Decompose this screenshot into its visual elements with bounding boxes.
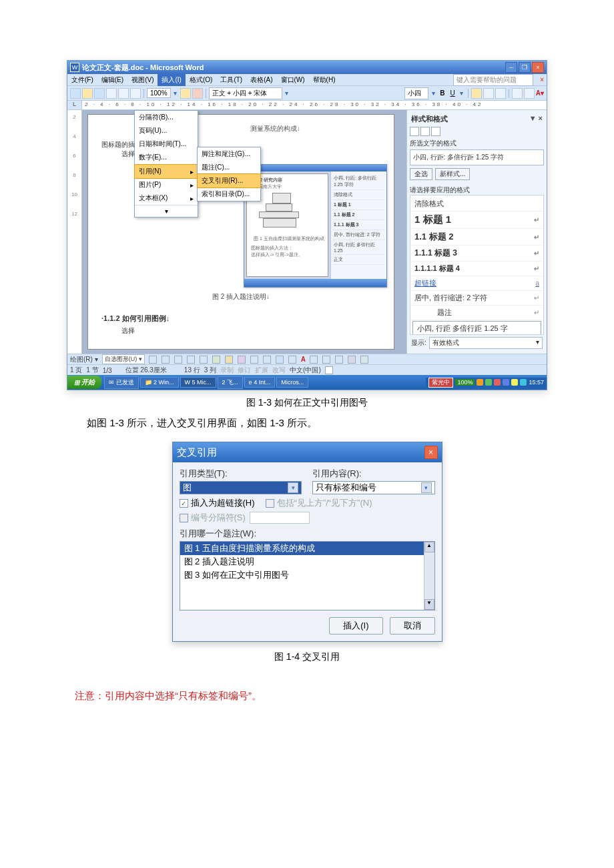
task-item[interactable]: e 4 Int... bbox=[244, 377, 276, 388]
menu-file[interactable]: 文件(F) bbox=[67, 74, 97, 86]
dash-icon[interactable] bbox=[322, 356, 330, 364]
pane-show-select[interactable]: 有效格式 ▾ bbox=[429, 337, 543, 349]
tray-icon[interactable] bbox=[494, 379, 501, 386]
submenu-footnote[interactable]: 脚注和尾注(G)... bbox=[198, 147, 260, 161]
menu-table[interactable]: 表格(A) bbox=[246, 74, 276, 86]
list-scrollbar[interactable]: ▲ ▼ bbox=[424, 542, 434, 610]
bullets-icon[interactable] bbox=[512, 88, 523, 99]
submenu-crossref[interactable]: 交叉引用(R)... bbox=[197, 173, 261, 188]
style-item-h2[interactable]: 1.1 标题 2↵ bbox=[410, 229, 543, 246]
fontcolor-icon[interactable]: A▾ bbox=[536, 89, 544, 97]
bold-button[interactable]: B bbox=[438, 89, 446, 97]
horizontal-ruler[interactable]: 2 · 4 · 6 · 8 · 10 · 12 · 14 · 16 · 18 ·… bbox=[82, 101, 547, 109]
menu-view[interactable]: 视图(V) bbox=[127, 74, 158, 86]
list-item[interactable]: 图 2 插入题注说明 bbox=[180, 555, 434, 568]
underline-dd-icon[interactable]: ▾ bbox=[458, 89, 465, 97]
caption-listbox[interactable]: 图 1 五自由度扫描测量系统的构成 图 2 插入题注说明 图 3 如何在正文中引… bbox=[180, 541, 435, 610]
menu-tools[interactable]: 工具(T) bbox=[216, 74, 246, 86]
style-item-h1[interactable]: 1 标题 1↵ bbox=[410, 211, 543, 229]
zoom-dropdown-icon[interactable]: ▾ bbox=[172, 89, 179, 97]
new-icon[interactable] bbox=[70, 88, 81, 99]
style-item-caption[interactable]: 题注↵ bbox=[410, 306, 543, 320]
submenu-caption[interactable]: 题注(C)... bbox=[198, 161, 260, 174]
cancel-button[interactable]: 取消 bbox=[390, 617, 435, 634]
menu-help[interactable]: 帮助(H) bbox=[309, 74, 340, 86]
underline-button[interactable]: U bbox=[448, 89, 457, 97]
preview-icon[interactable] bbox=[118, 88, 129, 99]
align-left-icon[interactable] bbox=[471, 88, 482, 99]
picture-icon[interactable] bbox=[263, 356, 271, 364]
oval-icon[interactable] bbox=[187, 356, 195, 364]
document-area[interactable]: 测量系统的构成↓ 图标题的插入方 选择插入-> 引 ·1.1.2 研究内容 中国… bbox=[82, 110, 406, 354]
menu-expand[interactable]: ▾ bbox=[135, 205, 198, 217]
tray-icon[interactable] bbox=[520, 379, 527, 386]
vertical-ruler[interactable]: 2 4 6 8 10 12 bbox=[67, 110, 82, 354]
task-item[interactable]: 2 飞... bbox=[218, 376, 243, 389]
style-box[interactable]: 正文 + 小四 + 宋体 bbox=[209, 87, 282, 99]
tray-icon[interactable] bbox=[511, 379, 518, 386]
type-select[interactable]: 图 ▾ bbox=[180, 481, 302, 494]
style-item-clear[interactable]: 清除格式 bbox=[410, 197, 543, 211]
app-close-x[interactable]: × bbox=[537, 76, 547, 83]
menu-item-picture[interactable]: 图片(P)▸ bbox=[135, 178, 198, 191]
align-right-icon[interactable] bbox=[495, 88, 506, 99]
autoshape-menu[interactable]: 自选图形(U) ▾ bbox=[102, 354, 145, 364]
style-item-h3[interactable]: 1.1.1 标题 3↵ bbox=[410, 246, 543, 262]
tray-icon[interactable] bbox=[477, 379, 483, 386]
pane-close-icon[interactable]: ▼ × bbox=[529, 114, 543, 124]
highlight-icon[interactable] bbox=[524, 88, 535, 99]
open-icon[interactable] bbox=[82, 88, 93, 99]
fontcolor-icon[interactable]: A bbox=[301, 356, 306, 363]
status-book-icon[interactable] bbox=[325, 366, 333, 374]
lineweight-icon[interactable] bbox=[310, 356, 318, 364]
scroll-down-icon[interactable]: ▼ bbox=[424, 599, 434, 610]
arrow-icon[interactable] bbox=[162, 356, 170, 364]
style-item-current[interactable]: 小四, 行距 多倍行距 1.25 字 bbox=[412, 321, 541, 335]
pane-newstyle-button[interactable]: 新样式... bbox=[435, 168, 470, 180]
rect-icon[interactable] bbox=[174, 356, 182, 364]
menu-item-number[interactable]: 数字(E)... bbox=[135, 151, 198, 165]
dialog-close-button[interactable]: × bbox=[424, 446, 438, 459]
draw-menu[interactable]: 绘图(R) ▾ bbox=[70, 355, 98, 364]
spell-icon[interactable] bbox=[130, 88, 141, 99]
hyperlink-checkbox[interactable]: ✓ 插入为超链接(H) bbox=[180, 497, 255, 509]
content-select[interactable]: 只有标签和编号 ▾ bbox=[312, 481, 435, 494]
insert-button[interactable]: 插入(I) bbox=[329, 617, 382, 634]
shadow-icon[interactable] bbox=[348, 356, 356, 364]
list-item[interactable]: 图 1 五自由度扫描测量系统的构成 bbox=[180, 542, 434, 555]
style-item-h4[interactable]: 1.1.1.1 标题 4↵ bbox=[410, 262, 543, 276]
diagram-icon[interactable] bbox=[238, 356, 246, 364]
help-search-input[interactable]: 键入需要帮助的问题 bbox=[453, 74, 533, 86]
read-icon[interactable] bbox=[192, 88, 203, 99]
pane-tab[interactable] bbox=[410, 127, 419, 136]
task-item[interactable]: ✉ 已发送 bbox=[104, 376, 139, 389]
task-item-active[interactable]: W 5 Mic... bbox=[180, 377, 216, 388]
maximize-button[interactable]: ❐ bbox=[519, 62, 531, 73]
fontsize-dropdown-icon[interactable]: ▾ bbox=[430, 89, 436, 97]
line-icon[interactable] bbox=[149, 356, 157, 364]
zoom-box[interactable]: 100% bbox=[147, 88, 171, 98]
linecolor-icon[interactable] bbox=[288, 356, 296, 364]
style-item-hyperlink[interactable]: 超链接a bbox=[410, 276, 543, 291]
fontsize-box[interactable]: 小四 bbox=[404, 87, 428, 99]
menu-insert[interactable]: 插入(I) bbox=[158, 74, 185, 86]
close-button[interactable]: × bbox=[532, 62, 544, 73]
tray-icon[interactable] bbox=[503, 379, 509, 386]
pane-tab[interactable] bbox=[431, 127, 440, 136]
task-item[interactable]: 📁 2 Win... bbox=[140, 377, 179, 388]
start-button[interactable]: ⊞开始 bbox=[67, 376, 101, 389]
pane-style-list[interactable]: 清除格式 1 标题 1↵ 1.1 标题 2↵ 1.1.1 标题 3↵ 1.1.1… bbox=[410, 195, 544, 335]
menu-item-textbox[interactable]: 文本框(X)▸ bbox=[135, 191, 198, 205]
ime-indicator[interactable]: 紫光中 bbox=[428, 378, 453, 388]
list-item[interactable]: 图 3 如何在正文中引用图号 bbox=[180, 568, 434, 582]
menu-edit[interactable]: 编辑(E) bbox=[97, 74, 127, 86]
menu-format[interactable]: 格式(O) bbox=[186, 74, 216, 86]
menu-item-reference[interactable]: 引用(N)▸ bbox=[134, 164, 198, 179]
menu-window[interactable]: 窗口(W) bbox=[277, 74, 309, 86]
menu-item-datetime[interactable]: 日期和时间(T)... bbox=[135, 137, 198, 151]
fillcolor-icon[interactable] bbox=[276, 356, 284, 364]
print-icon[interactable] bbox=[106, 88, 117, 99]
wordart-icon[interactable] bbox=[225, 356, 233, 364]
3d-icon[interactable] bbox=[360, 356, 368, 364]
fill-icon[interactable] bbox=[212, 356, 220, 364]
